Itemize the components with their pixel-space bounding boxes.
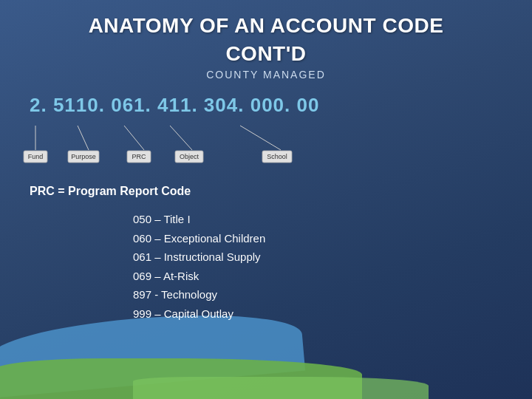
list-item: 050 – Title I [133, 210, 502, 229]
svg-line-4 [240, 126, 281, 150]
diagram-svg: Fund Purpose PRC Object School [22, 124, 340, 176]
list-item: 061 – Instructional Supply [133, 248, 502, 267]
prc-label: PRC = Program Report Code [30, 185, 502, 198]
account-code: 2. 5110. 061. 411. 304. 000. 00 [30, 94, 502, 117]
svg-text:Object: Object [180, 153, 200, 160]
svg-text:Purpose: Purpose [71, 153, 96, 160]
list-item: 060 – Exceptional Children [133, 229, 502, 248]
svg-line-2 [124, 126, 144, 150]
svg-line-3 [170, 126, 192, 150]
main-content: ANATOMY OF AN ACCOUNT CODE CONT'D COUNTY… [0, 0, 532, 330]
svg-line-1 [78, 126, 89, 150]
svg-text:Fund: Fund [28, 153, 44, 160]
svg-text:School: School [267, 153, 287, 160]
subtitle: COUNTY MANAGED [30, 69, 502, 81]
list-item: 069 – At-Risk [133, 267, 502, 286]
title-line1: ANATOMY OF AN ACCOUNT CODE [30, 13, 502, 38]
list-item: 897 - Technology [133, 285, 502, 304]
svg-text:PRC: PRC [132, 153, 146, 160]
list-container: 050 – Title I 060 – Exceptional Children… [133, 210, 502, 323]
title-line2: CONT'D [30, 41, 502, 66]
list-item: 999 – Capital Outlay [133, 304, 502, 324]
diagram-area: Fund Purpose PRC Object School [22, 124, 502, 176]
wave-green2 [133, 377, 429, 399]
